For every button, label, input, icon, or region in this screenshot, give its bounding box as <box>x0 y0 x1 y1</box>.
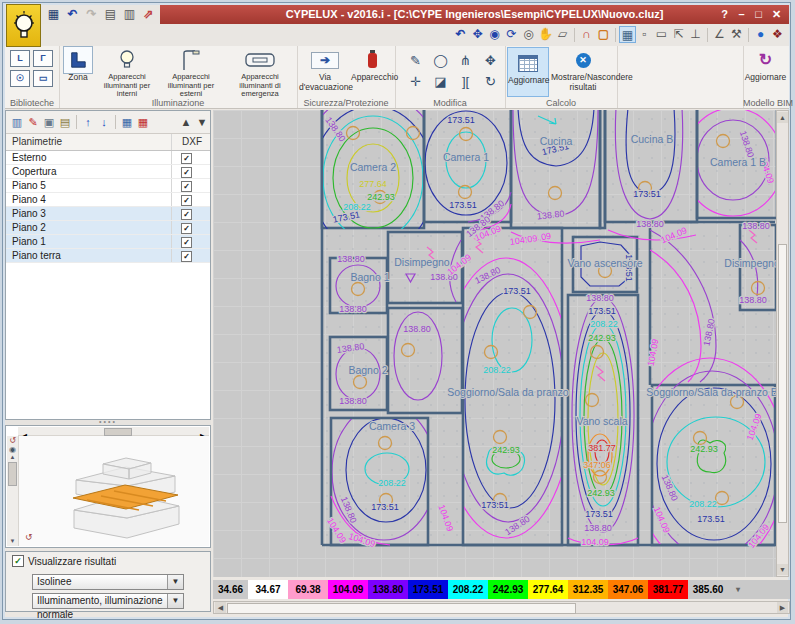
zoom-in-icon[interactable]: ◎ <box>520 26 537 43</box>
library-emergency-luminaires-icon[interactable]: ▭ <box>33 70 53 87</box>
dxf-checkbox[interactable]: ✓ <box>181 181 192 192</box>
pan-icon[interactable]: ✋ <box>537 26 554 43</box>
rotation-scrollbar-horizontal[interactable]: ◂ ▸ <box>18 427 209 436</box>
horizontal-scroll-thumb[interactable] <box>227 603 576 614</box>
bim-aggiornare-button[interactable]: ↻ Aggiornare <box>744 48 787 83</box>
planimetry-row-piano-2[interactable]: Piano 2✓ <box>6 221 210 235</box>
dxf-checkbox[interactable]: ✓ <box>181 223 192 234</box>
edit-planimetry-icon[interactable]: ✎ <box>25 114 41 130</box>
legend-more-icon[interactable]: ▾ <box>728 580 748 599</box>
zoom-extents-icon[interactable]: ✥ <box>469 26 486 43</box>
measure-icon[interactable]: ∠ <box>711 26 728 43</box>
redo-icon[interactable]: ↷ <box>83 6 100 23</box>
planimetry-row-piano-4[interactable]: Piano 4✓ <box>6 193 210 207</box>
apparecchio-button[interactable]: Apparecchio <box>351 48 393 83</box>
redraw-icon[interactable]: ⟳ <box>503 26 520 43</box>
copy-planimetry-icon[interactable]: ▣ <box>41 114 57 130</box>
eye-icon[interactable]: ◉ <box>7 445 18 454</box>
dxf-checkbox[interactable]: ✓ <box>181 195 192 206</box>
perpendicular-icon[interactable]: ⊥ <box>687 26 704 43</box>
vertical-scroll-thumb[interactable] <box>778 244 787 523</box>
move-down-icon[interactable]: ↓ <box>96 114 112 130</box>
move-up-icon[interactable]: ↑ <box>80 114 96 130</box>
dropdown-arrow-icon[interactable]: ▼ <box>167 594 183 608</box>
titlebar[interactable]: CYPELUX - v2016.i - [C:\CYPE Ingenieros\… <box>160 5 789 24</box>
planimetry-row-piano-terra[interactable]: Piano terra✓ <box>6 249 210 263</box>
maximize-button[interactable]: □ <box>750 5 767 24</box>
select-icon[interactable]: ▱ <box>554 26 571 43</box>
trim-icon[interactable]: ][ <box>453 72 478 93</box>
via-evacuazione-button[interactable]: ➔ Via d'evacuazione <box>299 48 351 93</box>
mostrare-nascondere-button[interactable]: ✕ Mostrare/Nascondere risultati <box>551 48 615 93</box>
zoom-window-icon[interactable]: ◉ <box>486 26 503 43</box>
orbit-icon[interactable]: ↺ <box>7 436 18 445</box>
scroll-left-arrow-icon[interactable]: ◀ <box>215 602 226 613</box>
scroll-down-arrow-icon[interactable]: ▼ <box>777 564 788 575</box>
snap-point-icon[interactable]: ▫ <box>636 26 653 43</box>
scroll-up-arrow-icon[interactable]: ▲ <box>777 112 788 123</box>
dxf-checkbox[interactable]: ✓ <box>181 251 192 262</box>
tools-icon[interactable]: ⚒ <box>728 26 745 43</box>
help-button[interactable]: ? <box>716 5 733 24</box>
rotation-thumb[interactable] <box>104 428 132 436</box>
planimetry-row-piano-1[interactable]: Piano 1✓ <box>6 235 210 249</box>
zoom-down-icon[interactable]: ▼ <box>7 538 18 544</box>
minimize-button[interactable]: – <box>733 5 750 24</box>
grid-normal-icon[interactable]: ▦ <box>119 114 135 130</box>
erase-icon[interactable]: ◪ <box>428 72 453 93</box>
dimension-icon[interactable]: ⇱ <box>670 26 687 43</box>
move-node-icon[interactable]: ✛ <box>403 72 428 93</box>
help-book-icon[interactable]: ❖ <box>769 26 786 43</box>
apparecchi-interni-button[interactable]: Apparecchi illuminanti per interni <box>97 48 157 99</box>
snap-magnet-icon[interactable]: ∩ <box>578 26 595 43</box>
library-zones-icon[interactable]: L <box>10 50 30 67</box>
scroll-down-icon[interactable]: ▼ <box>194 114 210 130</box>
divide-icon[interactable]: ⋔ <box>453 51 478 72</box>
previous-view-icon[interactable]: ↶ <box>452 26 469 43</box>
horizontal-scrollbar[interactable]: ◀ ▶ <box>213 601 790 614</box>
visualizzare-checkbox[interactable]: ✓ <box>12 555 24 567</box>
apparecchi-esterni-button[interactable]: Apparecchi illuminanti per esterni <box>159 48 223 99</box>
dxf-checkbox[interactable]: ✓ <box>181 209 192 220</box>
scroll-right-arrow-icon[interactable]: ▶ <box>777 602 788 613</box>
dxf-checkbox[interactable]: ✓ <box>181 153 192 164</box>
grid-special-icon[interactable]: ▦ <box>135 114 151 130</box>
zona-button[interactable]: Zona <box>61 48 95 83</box>
planimetry-row-piano-3[interactable]: Piano 3✓ <box>6 207 210 221</box>
dropdown-arrow-icon[interactable]: ▼ <box>167 575 183 589</box>
print-icon[interactable]: ▤ <box>102 6 119 23</box>
dxf-checkbox[interactable]: ✓ <box>181 167 192 178</box>
edit-icon[interactable]: ✎ <box>403 51 428 72</box>
aggiornare-button[interactable]: Aggiornare <box>507 47 549 97</box>
zoom-slider-thumb[interactable] <box>8 462 17 486</box>
grid-icon[interactable]: ▦ <box>619 26 636 43</box>
zoom-up-icon[interactable]: ▲ <box>7 454 18 460</box>
library-exterior-luminaires-icon[interactable]: ☉ <box>10 70 30 87</box>
isolinee-dropdown[interactable]: Isolinee ▼ <box>32 574 184 590</box>
print-planimetry-icon[interactable]: ▤ <box>57 114 73 130</box>
floor-plan-svg[interactable]: 277.64242.93208.22173.51138.80173.51173.… <box>213 110 776 577</box>
ortho-icon[interactable]: ▢ <box>595 26 612 43</box>
scroll-up-icon[interactable]: ▲ <box>178 114 194 130</box>
planimetry-row-copertura[interactable]: Copertura✓ <box>6 165 210 179</box>
move-icon[interactable]: ✥ <box>478 51 503 72</box>
object-snap-icon[interactable]: ▭ <box>653 26 670 43</box>
drawing-canvas[interactable]: 277.64242.93208.22173.51138.80173.51173.… <box>213 110 776 577</box>
planimetry-row-esterno[interactable]: Esterno✓ <box>6 151 210 165</box>
planimetry-row-piano-5[interactable]: Piano 5✓ <box>6 179 210 193</box>
save-icon[interactable]: ▦ <box>45 6 62 23</box>
close-button[interactable]: ✕ <box>768 5 785 24</box>
dxf-checkbox[interactable]: ✓ <box>181 237 192 248</box>
preview-3d-viewport[interactable]: ↺ <box>19 436 209 546</box>
library-interior-luminaires-icon[interactable]: Γ <box>33 50 53 67</box>
export-icon[interactable]: ⇗ <box>140 6 157 23</box>
print-preview-icon[interactable]: ▥ <box>121 6 138 23</box>
lasso-icon[interactable]: ◯ <box>428 51 453 72</box>
rotate-icon[interactable]: ↻ <box>478 72 503 93</box>
magnitude-dropdown[interactable]: Illuminamento, illuminazione normale ▼ <box>32 593 184 609</box>
undo-icon[interactable]: ↶ <box>64 6 81 23</box>
apparecchi-emergenza-button[interactable]: Apparecchi illuminanti di emergenza <box>225 48 295 99</box>
new-planimetry-icon[interactable]: ▥ <box>9 114 25 130</box>
vertical-scrollbar[interactable]: ▲ ▼ <box>776 110 789 577</box>
web-icon[interactable]: ● <box>752 26 769 43</box>
